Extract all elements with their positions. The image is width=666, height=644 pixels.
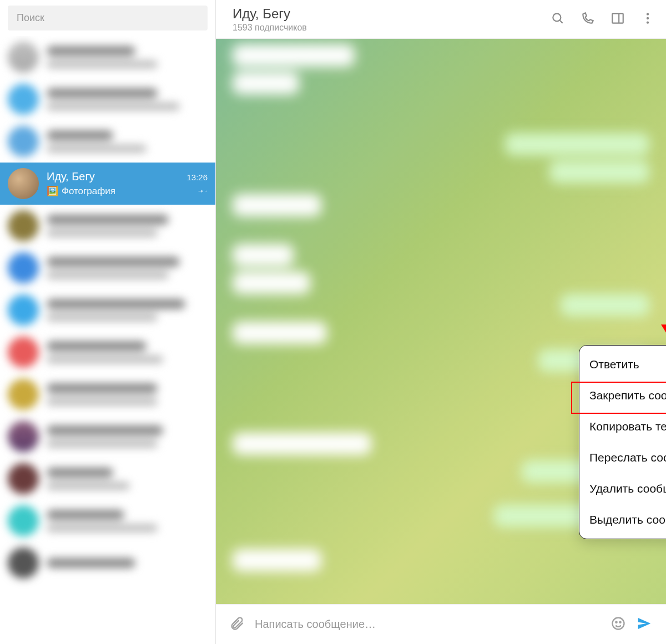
- context-menu-select[interactable]: Выделить сообщение: [579, 504, 666, 535]
- chat-title: Иду, Бегу: [233, 6, 551, 22]
- svg-point-10: [619, 621, 620, 622]
- emoji-icon[interactable]: [610, 616, 626, 633]
- svg-point-6: [647, 21, 649, 23]
- svg-point-0: [553, 13, 561, 21]
- context-menu-forward[interactable]: Переслать сообщение: [579, 442, 666, 473]
- avatar: [8, 337, 39, 368]
- chat-item-active[interactable]: Иду, Бегу 13:26 🖼️ Фотография: [0, 163, 215, 205]
- chat-subtitle: 1593 подписчиков: [233, 23, 551, 33]
- chat-item-blurred[interactable]: [0, 500, 215, 542]
- photo-icon: 🖼️: [47, 185, 58, 197]
- chat-name: Иду, Бегу: [47, 170, 95, 183]
- chat-list: Иду, Бегу 13:26 🖼️ Фотография: [0, 36, 215, 644]
- avatar: [8, 210, 39, 241]
- chat-item-blurred[interactable]: [0, 289, 215, 331]
- avatar: [8, 126, 39, 157]
- chat-preview-text: Фотография: [62, 186, 115, 197]
- chat-preview: 🖼️ Фотография: [47, 185, 115, 197]
- chat-item-blurred[interactable]: [0, 331, 215, 373]
- chat-header-info[interactable]: Иду, Бегу 1593 подписчиков: [233, 6, 551, 33]
- main: Иду, Бегу 1593 подписчиков: [216, 0, 666, 644]
- message-area[interactable]: Ответить Закрепить сообщение Копировать …: [216, 39, 666, 604]
- send-icon[interactable]: [636, 615, 653, 634]
- avatar: [8, 547, 39, 579]
- svg-point-5: [647, 17, 649, 19]
- context-menu-pin-message[interactable]: Закрепить сообщение: [579, 380, 666, 411]
- svg-line-1: [559, 20, 562, 23]
- context-menu-delete[interactable]: Удалить сообщение: [579, 473, 666, 504]
- avatar: [8, 505, 39, 536]
- chat-item-blurred[interactable]: [0, 120, 215, 163]
- pin-icon: [198, 185, 208, 197]
- avatar: [8, 84, 39, 115]
- context-menu-reply[interactable]: Ответить: [579, 349, 666, 380]
- avatar: [8, 252, 39, 283]
- compose-input[interactable]: [255, 618, 601, 631]
- chat-item-blurred[interactable]: [0, 415, 215, 458]
- chat-time: 13:26: [186, 173, 208, 182]
- svg-point-4: [647, 13, 649, 15]
- phone-icon[interactable]: [581, 11, 595, 28]
- avatar: [8, 168, 39, 199]
- chat-item-blurred[interactable]: [0, 78, 215, 120]
- sidebar: Поиск Иду, Бегу 13:26 🖼️: [0, 0, 216, 644]
- svg-point-8: [613, 617, 624, 629]
- panel-icon[interactable]: [610, 11, 625, 28]
- avatar: [8, 421, 39, 452]
- chat-item-blurred[interactable]: [0, 205, 215, 247]
- svg-point-9: [615, 621, 617, 622]
- search-icon[interactable]: [551, 11, 565, 28]
- chat-header: Иду, Бегу 1593 подписчиков: [216, 0, 666, 39]
- chat-item-blurred[interactable]: [0, 542, 215, 584]
- search-input[interactable]: Поиск: [8, 6, 208, 31]
- more-icon[interactable]: [640, 11, 655, 28]
- chat-item-blurred[interactable]: [0, 458, 215, 500]
- chat-item-blurred[interactable]: [0, 373, 215, 415]
- context-menu-copy-text[interactable]: Копировать текст: [579, 411, 666, 442]
- avatar: [8, 379, 39, 410]
- avatar: [8, 295, 39, 326]
- avatar: [8, 42, 39, 73]
- context-menu: Ответить Закрепить сообщение Копировать …: [579, 345, 666, 539]
- compose-bar: [216, 604, 666, 644]
- svg-rect-2: [612, 13, 623, 23]
- chat-item-blurred[interactable]: [0, 36, 215, 78]
- paperclip-icon[interactable]: [229, 616, 245, 633]
- annotation-arrow: [655, 222, 666, 349]
- chat-item-blurred[interactable]: [0, 247, 215, 289]
- avatar: [8, 463, 39, 494]
